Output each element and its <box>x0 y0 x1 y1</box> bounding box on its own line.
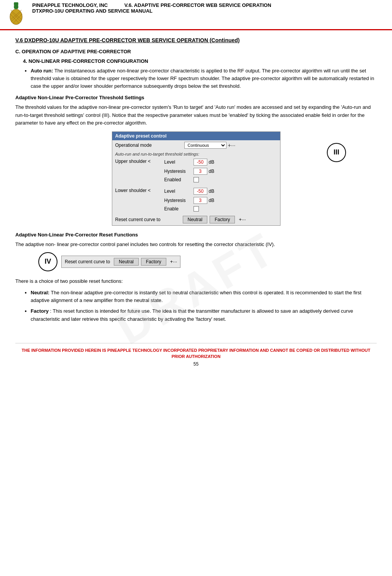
upper-level-label: Level <box>164 159 192 165</box>
main-content: V.6 DXDPRO-10U ADAPTIVE PRE-CORRECTOR WE… <box>0 30 392 335</box>
autorun-label: Auto run: <box>31 68 53 74</box>
reset-row: Reset current curve to Neutral Factory +… <box>112 214 280 225</box>
factory-bullet-item: Factory : This reset function is intende… <box>31 307 377 323</box>
page-footer: THE INFORMATION PROVIDED HEREIN IS PINEA… <box>15 343 377 367</box>
neutral-button[interactable]: Neutral <box>183 216 208 223</box>
autorun-bullet-list: Auto run: The instantaneous adaptive non… <box>31 67 377 90</box>
logo-area <box>4 2 28 27</box>
upper-hysteresis-label: Hysteresis <box>164 169 192 174</box>
upper-shoulder-fields: Level -50 dB Hysteresis 3 dB Enabled <box>161 158 218 183</box>
section-4-heading: 4. NON-LINEAR PRE-CORRECTOR CONFIGURATIO… <box>23 58 377 64</box>
small-neutral-button[interactable]: Neutral <box>114 258 139 266</box>
reset-dots: +··· <box>239 217 246 222</box>
label-III: III <box>327 143 346 162</box>
lower-hysteresis-unit: dB <box>209 198 215 203</box>
lower-shoulder-row: Lower shoulder < Level -50 dB Hysteresis… <box>115 187 277 212</box>
reset-section-heading: Adaptive Non-Linear Pre-Corrector Reset … <box>15 232 377 238</box>
header-company-section: PINEAPPLE TECHNOLOGY, INC V.6. ADAPTIVE … <box>32 2 271 8</box>
lower-enable-row: Enable <box>161 205 218 212</box>
autorun-bullet-item: Auto run: The instantaneous adaptive non… <box>31 67 377 90</box>
page-number: 55 <box>15 361 377 367</box>
lower-enable-label: Enable <box>164 206 192 212</box>
company-logo <box>4 2 28 27</box>
upper-shoulder-row: Upper shoulder < Level -50 dB Hysteresis… <box>115 158 277 183</box>
upper-shoulder-label: Upper shoulder < <box>115 158 161 164</box>
footer-disclaimer: THE INFORMATION PROVIDED HEREIN IS PINEA… <box>15 347 377 360</box>
operational-mode-select[interactable]: Continuous <box>184 142 226 149</box>
upper-enabled-checkbox[interactable] <box>194 177 199 182</box>
upper-hysteresis-unit: dB <box>209 169 215 174</box>
upper-hysteresis-value[interactable]: 3 <box>194 168 207 175</box>
reset-body: The adaptive non- linear pre-corrector c… <box>15 241 377 248</box>
panel-container: Adaptive preset control Operational mode… <box>15 131 377 226</box>
neutral-label: Neutral: <box>31 290 49 295</box>
panel-title-bar: Adaptive preset control <box>112 132 280 140</box>
small-dots: +··· <box>170 259 177 264</box>
upper-level-row: Level -50 dB <box>161 158 218 166</box>
upper-level-value[interactable]: -50 <box>194 159 207 166</box>
small-panel: Reset current curve to Neutral Factory +… <box>61 256 180 268</box>
threshold-body: The threshold values for the adaptive no… <box>15 103 377 126</box>
upper-shoulder-block: Upper shoulder < Level -50 dB Hysteresis… <box>112 157 280 185</box>
upper-enabled-label: Enabled <box>164 177 192 182</box>
lower-level-label: Level <box>164 189 192 194</box>
small-panel-container: IV Reset current curve to Neutral Factor… <box>38 252 377 271</box>
lower-shoulder-block: Lower shoulder < Level -50 dB Hysteresis… <box>112 186 280 214</box>
neutral-text: The non-linear adaptive pre-corrector is… <box>31 290 361 303</box>
factory-text: : This reset function is intended for fu… <box>31 308 353 322</box>
small-reset-label: Reset current curve to <box>65 259 110 264</box>
upper-enabled-row: Enabled <box>161 176 218 183</box>
operational-mode-row: Operational mode Continuous +··· <box>112 140 280 150</box>
factory-label: Factory <box>31 308 49 314</box>
lower-shoulder-label: Lower shoulder < <box>115 187 161 193</box>
autorun-text: The instantaneous adaptive non-linear pr… <box>31 68 374 89</box>
lower-hysteresis-value[interactable]: 3 <box>194 197 207 204</box>
lower-hysteresis-row: Hysteresis 3 dB <box>161 196 218 205</box>
panel-dots-1: +··· <box>228 142 237 148</box>
reset-bullet-list: Neutral: The non-linear adaptive pre-cor… <box>31 289 377 323</box>
lower-hysteresis-label: Hysteresis <box>164 198 192 203</box>
label-IV: IV <box>38 252 57 271</box>
operational-mode-control: Continuous +··· <box>184 142 237 149</box>
lower-level-unit: dB <box>209 189 215 194</box>
factory-button[interactable]: Factory <box>210 216 235 223</box>
lower-enable-checkbox[interactable] <box>194 206 199 212</box>
small-factory-button[interactable]: Factory <box>141 258 166 266</box>
upper-hysteresis-row: Hysteresis 3 dB <box>161 167 218 176</box>
threshold-heading: Adaptive Non-Linear Pre-Corrector Thresh… <box>15 95 377 100</box>
neutral-bullet-item: Neutral: The non-linear adaptive pre-cor… <box>31 289 377 304</box>
reset-label: Reset current curve to <box>115 217 180 222</box>
reset-choice-text: There is a choice of two possible reset … <box>15 277 377 285</box>
header-manual: DTXPRO-10U OPERATING AND SERVICE MANUAL <box>32 8 271 14</box>
lower-shoulder-fields: Level -50 dB Hysteresis 3 dB Enable <box>161 187 218 212</box>
operational-mode-label: Operational mode <box>115 143 184 148</box>
section-c-heading: C. OPERATION OF ADAPTIVE PRE-CORRECTOR <box>15 49 377 54</box>
upper-level-unit: dB <box>209 159 215 165</box>
page-title: V.6 DXDPRO-10U ADAPTIVE PRE-CORRECTOR WE… <box>15 37 377 43</box>
adaptive-panel: Adaptive preset control Operational mode… <box>112 131 280 226</box>
header-text: PINEAPPLE TECHNOLOGY, INC V.6. ADAPTIVE … <box>32 2 271 14</box>
page-header: PINEAPPLE TECHNOLOGY, INC V.6. ADAPTIVE … <box>0 0 392 30</box>
lower-level-value[interactable]: -50 <box>194 188 207 195</box>
lower-level-row: Level -50 dB <box>161 187 218 195</box>
threshold-section-label: Auto-run and run-to-target threshold set… <box>112 150 280 157</box>
